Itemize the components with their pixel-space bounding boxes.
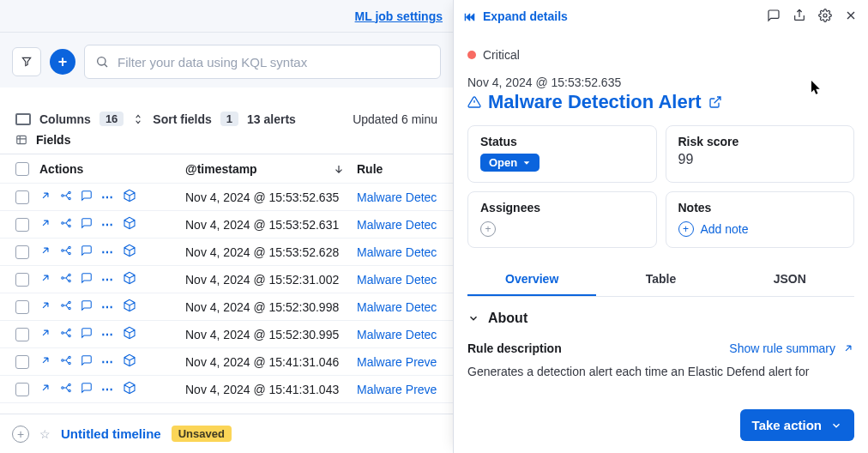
more-icon[interactable]: ⋯ [101,328,114,341]
table-row[interactable]: ⋯Nov 4, 2024 @ 15:52:31.002Malware Detec [0,266,453,293]
add-note-button[interactable]: + Add note [678,221,842,237]
close-icon[interactable] [844,9,858,25]
table-row[interactable]: ⋯Nov 4, 2024 @ 15:53:52.635Malware Detec [0,184,453,211]
svg-point-11 [62,277,63,279]
more-icon[interactable]: ⋯ [101,190,114,204]
row-checkbox[interactable] [15,300,29,314]
status-pill[interactable]: Open [480,154,539,172]
expand-icon[interactable] [39,299,51,314]
more-icon[interactable]: ⋯ [101,300,114,314]
cube-icon[interactable] [123,381,136,397]
col-timestamp[interactable]: @timestamp [185,162,257,176]
analyzer-icon[interactable] [60,299,72,314]
expand-icon[interactable] [39,190,51,204]
table-row[interactable]: ⋯Nov 4, 2024 @ 15:52:30.995Malware Detec [0,321,453,348]
row-rule-link[interactable]: Malware Preve [357,355,453,369]
session-icon[interactable] [81,272,93,287]
row-checkbox[interactable] [15,218,29,232]
table-row[interactable]: ⋯Nov 4, 2024 @ 15:53:52.628Malware Detec [0,239,453,266]
row-checkbox[interactable] [15,245,29,259]
analyzer-icon[interactable] [60,272,72,287]
filter-button[interactable] [12,47,41,76]
row-rule-link[interactable]: Malware Detec [357,273,453,287]
session-icon[interactable] [81,327,93,341]
row-checkbox[interactable] [15,190,29,204]
analyzer-icon[interactable] [60,327,72,341]
session-icon[interactable] [81,382,93,396]
analyzer-icon[interactable] [60,382,72,396]
add-assignee-button[interactable]: + [480,221,496,237]
expand-icon[interactable] [39,382,51,396]
session-icon[interactable] [81,299,93,314]
analyzer-icon[interactable] [60,354,72,369]
session-icon[interactable] [81,217,93,232]
svg-point-19 [69,335,70,336]
star-icon[interactable]: ☆ [39,427,51,441]
expand-icon[interactable] [39,272,51,287]
ml-job-settings-link[interactable]: ML job settings [355,9,443,23]
row-checkbox[interactable] [15,328,29,341]
kql-input[interactable] [118,55,430,69]
analyzer-icon[interactable] [60,217,72,232]
sort-desc-icon[interactable] [333,163,345,175]
tab-json[interactable]: JSON [726,263,854,296]
tab-overview[interactable]: Overview [467,263,596,296]
about-section-toggle[interactable]: About [467,311,854,326]
add-filter-button[interactable]: + [50,49,75,75]
show-rule-summary-link[interactable]: Show rule summary [729,341,854,355]
table-row[interactable]: ⋯Nov 4, 2024 @ 15:41:31.043Malware Preve [0,376,453,403]
take-action-button[interactable]: Take action [740,409,854,441]
row-checkbox[interactable] [15,355,29,369]
new-timeline-button[interactable]: + [12,426,29,443]
cube-icon[interactable] [123,353,136,370]
fields-label[interactable]: Fields [36,133,70,147]
expand-details-button[interactable]: ⏮ Expand details [464,9,568,23]
row-rule-link[interactable]: Malware Detec [357,328,453,341]
analyzer-icon[interactable] [60,190,72,204]
row-rule-link[interactable]: Malware Preve [357,383,453,396]
select-all-checkbox[interactable] [15,162,29,176]
more-icon[interactable]: ⋯ [101,218,114,232]
cube-icon[interactable] [123,271,136,287]
session-icon[interactable] [81,190,93,204]
cube-icon[interactable] [123,326,136,342]
more-icon[interactable]: ⋯ [101,245,114,259]
session-icon[interactable] [81,354,93,369]
assignees-label: Assignees [480,201,644,214]
cube-icon[interactable] [123,189,136,205]
expand-icon[interactable] [39,217,51,232]
more-icon[interactable]: ⋯ [101,273,114,287]
table-row[interactable]: ⋯Nov 4, 2024 @ 15:41:31.046Malware Preve [0,348,453,376]
row-checkbox[interactable] [15,273,29,287]
analyzer-icon[interactable] [60,245,72,259]
row-timestamp: Nov 4, 2024 @ 15:41:31.046 [185,355,357,369]
col-rule[interactable]: Rule [357,162,453,176]
cube-icon[interactable] [123,299,136,315]
more-icon[interactable]: ⋯ [101,383,114,396]
share-icon[interactable] [793,9,806,25]
columns-label[interactable]: Columns [39,112,91,126]
kql-input-wrap[interactable] [84,45,441,79]
sort-label[interactable]: Sort fields [153,112,211,126]
row-rule-link[interactable]: Malware Detec [357,245,453,259]
row-rule-link[interactable]: Malware Detec [357,190,453,204]
table-row[interactable]: ⋯Nov 4, 2024 @ 15:53:52.631Malware Detec [0,211,453,239]
timeline-title[interactable]: Untitled timeline [61,426,161,441]
session-icon[interactable] [81,245,93,259]
cube-icon[interactable] [123,216,136,233]
chat-icon[interactable] [767,9,781,25]
status-label: Status [480,135,644,148]
gear-icon[interactable] [818,9,832,25]
notes-card: Notes + Add note [666,191,855,248]
row-checkbox[interactable] [15,383,29,396]
expand-icon[interactable] [39,245,51,259]
expand-icon[interactable] [39,354,51,369]
expand-icon[interactable] [39,327,51,341]
alert-title-link[interactable]: Malware Detection Alert [467,91,854,113]
row-rule-link[interactable]: Malware Detec [357,300,453,314]
more-icon[interactable]: ⋯ [101,355,114,369]
cube-icon[interactable] [123,244,136,260]
row-rule-link[interactable]: Malware Detec [357,218,453,232]
table-row[interactable]: ⋯Nov 4, 2024 @ 15:52:30.998Malware Detec [0,293,453,321]
tab-table[interactable]: Table [596,263,725,296]
